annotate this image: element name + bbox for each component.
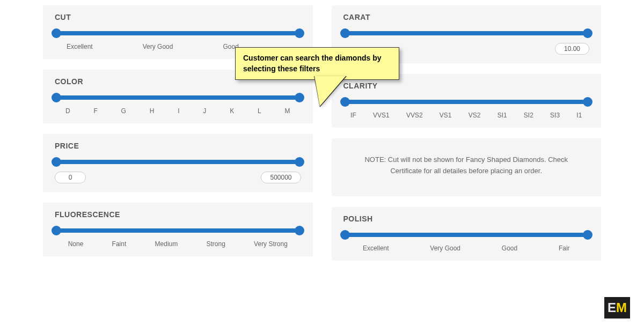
fluorescence-tick-label: Medium xyxy=(155,240,178,248)
clarity-tick-label: VS2 xyxy=(469,112,481,119)
tooltip-callout: Customer can search the diamonds by sele… xyxy=(235,47,399,80)
color-slider[interactable] xyxy=(52,95,304,100)
color-tick-label: F xyxy=(93,107,97,115)
cut-slider[interactable] xyxy=(52,31,304,35)
clarity-tick-label: VVS2 xyxy=(406,112,423,119)
polish-tick-label: Good xyxy=(502,244,517,252)
clarity-track xyxy=(342,100,591,104)
clarity-tick-label: SI3 xyxy=(550,112,560,119)
clarity-filter-card: CLARITY IF VVS1 VVS2 VS1 VS2 SI1 SI2 SI3… xyxy=(332,74,602,128)
fluorescence-tick-label: Strong xyxy=(206,240,225,248)
fluorescence-handle-max[interactable] xyxy=(295,226,304,235)
cut-tick-label: Very Good xyxy=(143,43,173,50)
price-track xyxy=(54,160,302,164)
color-tick-label: I xyxy=(178,107,179,115)
polish-ticks: Excellent Very Good Good Fair xyxy=(340,244,593,252)
carat-max-pill[interactable]: 10.00 xyxy=(555,43,589,55)
logo-letter-e: E xyxy=(608,300,616,315)
polish-title: POLISH xyxy=(343,214,593,223)
left-column: CUT Excellent Very Good Good COLOR xyxy=(43,5,313,261)
fluorescence-title: FLUORESCENCE xyxy=(55,210,304,219)
color-track xyxy=(54,95,302,100)
logo-letter-m: M xyxy=(616,300,627,315)
clarity-tick-label: I1 xyxy=(576,112,582,119)
carat-slider[interactable] xyxy=(340,31,593,35)
polish-handle-max[interactable] xyxy=(583,230,592,240)
clarity-tick-label: SI1 xyxy=(497,112,507,119)
clarity-ticks: IF VVS1 VVS2 VS1 VS2 SI1 SI2 SI3 I1 xyxy=(340,112,593,119)
price-max-pill[interactable]: 500000 xyxy=(261,172,301,183)
price-min-pill[interactable]: 0 xyxy=(55,172,86,183)
color-ticks: D F G H I J K L M xyxy=(52,107,304,115)
carat-handle-max[interactable] xyxy=(583,28,592,38)
clarity-tick-label: SI2 xyxy=(524,112,533,119)
color-tick-label: H xyxy=(150,107,155,115)
polish-tick-label: Fair xyxy=(559,244,570,252)
cut-title: CUT xyxy=(55,13,304,21)
color-handle-min[interactable] xyxy=(52,93,61,102)
cut-track xyxy=(54,31,302,35)
color-tick-label: M xyxy=(284,107,290,115)
price-values: 0 500000 xyxy=(52,172,304,183)
fluorescence-track xyxy=(54,228,302,233)
clarity-handle-max[interactable] xyxy=(583,97,592,107)
carat-title: CARAT xyxy=(343,13,593,21)
fluorescence-tick-label: Very Strong xyxy=(254,240,288,248)
cut-tick-label: Excellent xyxy=(67,43,93,50)
em-logo: EM xyxy=(604,297,630,318)
polish-handle-min[interactable] xyxy=(340,230,350,240)
fluorescence-tick-label: None xyxy=(68,240,84,248)
polish-tick-label: Very Good xyxy=(430,244,460,252)
right-column: CARAT 10.00 CLARITY IF VV xyxy=(332,5,602,261)
carat-handle-min[interactable] xyxy=(340,28,350,38)
price-handle-max[interactable] xyxy=(295,157,304,167)
clarity-title: CLARITY xyxy=(343,82,593,90)
clarity-tick-label: VVS1 xyxy=(373,112,390,119)
price-handle-min[interactable] xyxy=(52,157,61,167)
price-slider[interactable] xyxy=(52,160,304,164)
color-tick-label: D xyxy=(65,107,70,115)
polish-slider[interactable] xyxy=(340,233,593,237)
color-tick-label: J xyxy=(203,107,206,115)
note-card: NOTE: Cut will not be shown for Fancy Sh… xyxy=(332,138,602,196)
fluorescence-ticks: None Faint Medium Strong Very Strong xyxy=(52,240,304,248)
color-handle-max[interactable] xyxy=(295,93,304,102)
fluorescence-slider[interactable] xyxy=(52,228,304,233)
filters-container: CUT Excellent Very Good Good COLOR xyxy=(0,0,644,261)
color-tick-label: K xyxy=(230,107,234,115)
color-tick-label: G xyxy=(121,107,126,115)
clarity-slider[interactable] xyxy=(340,100,593,104)
polish-track xyxy=(342,233,591,237)
cut-handle-max[interactable] xyxy=(295,28,304,38)
color-tick-label: L xyxy=(258,107,261,115)
cut-ticks: Excellent Very Good Good xyxy=(52,43,241,50)
cut-handle-min[interactable] xyxy=(52,28,61,38)
fluorescence-filter-card: FLUORESCENCE None Faint Medium Strong Ve… xyxy=(43,203,313,256)
fluorescence-handle-min[interactable] xyxy=(52,226,61,235)
price-title: PRICE xyxy=(55,142,304,150)
clarity-tick-label: VS1 xyxy=(440,112,452,119)
clarity-tick-label: IF xyxy=(350,112,356,119)
fluorescence-tick-label: Faint xyxy=(112,240,127,248)
price-filter-card: PRICE 0 500000 xyxy=(43,134,313,192)
note-text: NOTE: Cut will not be shown for Fancy Sh… xyxy=(353,154,580,177)
callout-text: Customer can search the diamonds by sele… xyxy=(243,54,382,73)
polish-filter-card: POLISH Excellent Very Good Good Fair xyxy=(332,207,602,261)
polish-tick-label: Excellent xyxy=(363,244,389,252)
carat-track xyxy=(342,31,591,35)
